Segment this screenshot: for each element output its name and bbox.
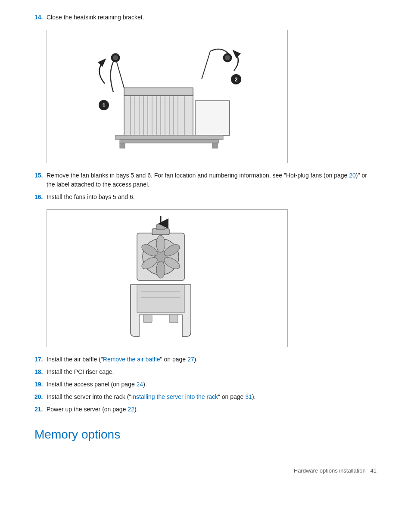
step-15: 15. Remove the fan blanks in bays 5 and … bbox=[34, 171, 377, 189]
step-text-18: Install the PCI riser cage. bbox=[47, 367, 377, 376]
step-num-19: 19. bbox=[34, 380, 47, 389]
step-text-20: Install the server into the rack ("Insta… bbox=[47, 392, 377, 401]
step-num-18: 18. bbox=[34, 367, 47, 376]
step-19: 19. Install the access panel (on page 24… bbox=[34, 380, 377, 389]
svg-rect-25 bbox=[120, 140, 219, 143]
footer-text: Hardware options installation 41 bbox=[294, 467, 377, 474]
link-page-24[interactable]: 24 bbox=[137, 381, 143, 388]
svg-rect-38 bbox=[156, 224, 165, 230]
step-num-16: 16. bbox=[34, 193, 47, 202]
svg-rect-44 bbox=[169, 315, 178, 323]
svg-rect-27 bbox=[212, 143, 218, 148]
step-num-14: 14. bbox=[34, 13, 47, 22]
step-num-21: 21. bbox=[34, 405, 47, 414]
heatsink-diagram: 1 2 bbox=[81, 36, 253, 157]
step-text-16: Install the fans into bays 5 and 6. bbox=[47, 193, 377, 202]
step-text-17: Install the air baffle ("Remove the air … bbox=[47, 355, 377, 364]
link-hotplug-fans[interactable]: 20 bbox=[349, 172, 356, 179]
step-17: 17. Install the air baffle ("Remove the … bbox=[34, 355, 377, 364]
figure-fan bbox=[47, 209, 288, 347]
link-remove-air-baffle[interactable]: Remove the air baffle bbox=[103, 356, 160, 363]
svg-point-34 bbox=[156, 261, 165, 278]
link-installing-server[interactable]: Installing the server into the rack bbox=[131, 393, 218, 400]
page-footer: Hardware options installation 41 bbox=[34, 467, 377, 474]
section-heading-memory: Memory options bbox=[34, 428, 377, 442]
svg-text:2: 2 bbox=[234, 76, 237, 83]
step-num-20: 20. bbox=[34, 392, 47, 401]
step-18: 18. Install the PCI riser cage. bbox=[34, 367, 377, 376]
svg-rect-43 bbox=[143, 315, 152, 323]
step-text-21: Power up the server (on page 22). bbox=[47, 405, 377, 414]
svg-point-17 bbox=[113, 55, 118, 60]
svg-point-31 bbox=[156, 235, 165, 252]
svg-rect-14 bbox=[124, 88, 193, 96]
step-14: 14. Close the heatsink retaining bracket… bbox=[34, 13, 377, 22]
footer-page: 41 bbox=[371, 467, 377, 474]
step-16: 16. Install the fans into bays 5 and 6. bbox=[34, 193, 377, 202]
step-num-17: 17. bbox=[34, 355, 47, 364]
step-text-14: Close the heatsink retaining bracket. bbox=[47, 13, 377, 22]
link-page-27[interactable]: 27 bbox=[187, 356, 194, 363]
svg-rect-40 bbox=[137, 285, 184, 313]
svg-text:1: 1 bbox=[102, 102, 105, 109]
step-20: 20. Install the server into the rack ("I… bbox=[34, 392, 377, 401]
step-text-19: Install the access panel (on page 24). bbox=[47, 380, 377, 389]
svg-point-19 bbox=[225, 55, 230, 60]
step-num-15: 15. bbox=[34, 171, 47, 189]
svg-rect-0 bbox=[124, 92, 193, 135]
svg-rect-26 bbox=[120, 143, 125, 148]
fan-diagram bbox=[107, 216, 227, 341]
step-21: 21. Power up the server (on page 22). bbox=[34, 405, 377, 414]
figure-heatsink: 1 2 bbox=[47, 30, 288, 163]
svg-rect-24 bbox=[115, 135, 223, 140]
footer-label: Hardware options installation bbox=[294, 467, 366, 474]
link-page-31[interactable]: 31 bbox=[245, 393, 252, 400]
link-page-22[interactable]: 22 bbox=[128, 406, 134, 413]
step-text-15: Remove the fan blanks in bays 5 and 6. F… bbox=[47, 171, 377, 189]
svg-rect-15 bbox=[195, 101, 230, 135]
